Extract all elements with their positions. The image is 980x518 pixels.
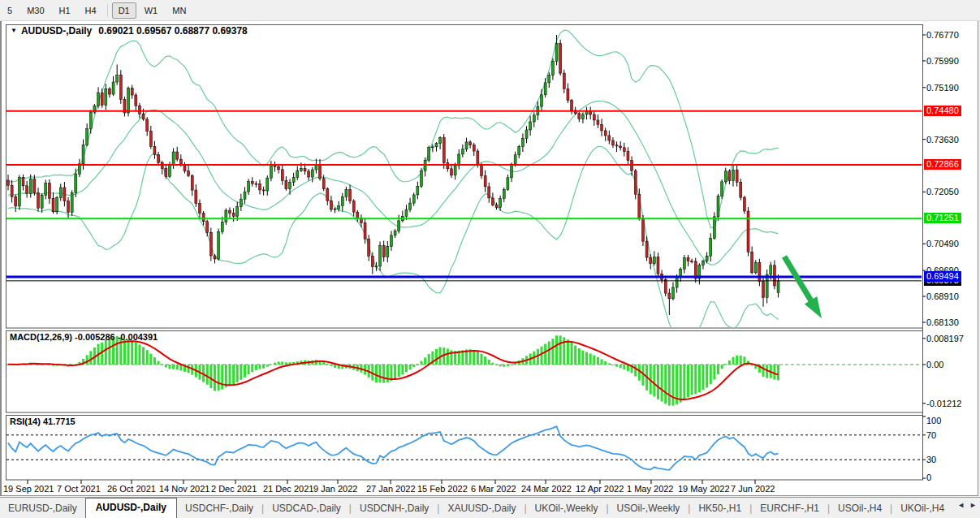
rsi-axis-tick: 70 — [926, 430, 936, 440]
rsi-axis-tick: 100 — [926, 416, 941, 425]
tab-usoil-h4[interactable]: USOil-,H4 — [830, 499, 890, 518]
rsi-line — [8, 426, 779, 470]
level-badge: 0.71251 — [924, 213, 961, 223]
price-tick: 0.75190 — [926, 83, 959, 93]
timeframe-button-d1[interactable]: D1 — [112, 2, 136, 19]
level-badge: 0.72866 — [924, 159, 961, 170]
rsi-axis-tick: 30 — [926, 455, 936, 464]
rsi-axis-tick: 0 — [926, 473, 931, 482]
date-label: 7 Jun 2022 — [731, 484, 775, 494]
tab-eurchf-h1[interactable]: EURCHF-,H1 — [752, 499, 827, 518]
date-label: 6 Mar 2022 — [471, 484, 516, 494]
date-label: 27 Jan 2022 — [366, 484, 416, 494]
price-tick: 0.75990 — [926, 56, 959, 66]
price-tick: 0.76770 — [926, 30, 959, 40]
axis-ticks — [28, 35, 926, 484]
macd-histogram — [6, 335, 922, 405]
timeframe-button-h1[interactable]: H1 — [53, 2, 77, 19]
price-tick: 0.68130 — [926, 317, 959, 327]
tab-usdchf-daily[interactable]: USDCHF-,Daily — [177, 499, 261, 518]
bollinger-bands — [8, 30, 779, 339]
timeframe-button-mn[interactable]: MN — [166, 2, 192, 19]
chart-ohlc-values: 0.69021 0.69567 0.68877 0.69378 — [98, 25, 248, 37]
tab-xauusd-daily[interactable]: XAUUSD-,Daily — [439, 499, 524, 518]
macd-indicator-label: MACD(12,26,9) -0.005286 -0.004391 — [10, 332, 158, 342]
date-label: 2 Dec 2021 — [211, 484, 257, 494]
date-label: 19 May 2022 — [678, 484, 730, 494]
tabs-scroll-right-icon[interactable]: ► — [969, 501, 977, 509]
date-label: 24 Mar 2022 — [521, 484, 572, 494]
price-chart-canvas[interactable] — [0, 0, 980, 518]
timeframe-button-5[interactable]: 5 — [1, 2, 19, 19]
timeframe-toolbar: 5M30H1H4D1W1MN — [0, 0, 980, 21]
chart-tabs-bar: EURUSD-,DailyAUDUSD-,DailyUSDCHF-,Daily|… — [0, 497, 980, 518]
level-badge: 0.74480 — [924, 106, 961, 116]
tab-eurusd-daily[interactable]: EURUSD-,Daily — [0, 499, 85, 518]
tab-usdcnh-daily[interactable]: USDCNH-,Daily — [352, 499, 437, 518]
macd-axis-tick: 0.00 — [926, 360, 943, 369]
tab-ukoil-h4[interactable]: UKOil-,H4 — [892, 499, 952, 518]
macd-axis-tick: -0.01212 — [926, 399, 961, 408]
panel-frame — [6, 416, 923, 481]
timeframe-button-w1[interactable]: W1 — [138, 2, 165, 19]
tabs-scroll-left-icon[interactable]: ◄ — [957, 501, 965, 509]
candlesticks — [7, 35, 780, 315]
date-label: 15 Feb 2022 — [417, 484, 468, 494]
tab-audusd-daily[interactable]: AUDUSD-,Daily — [85, 498, 177, 518]
date-label: 21 Dec 2021 — [263, 484, 313, 494]
price-tick: 0.73630 — [926, 135, 959, 145]
tab-usoil-weekly[interactable]: USOil-,Weekly — [609, 499, 689, 518]
price-tick: 0.72050 — [926, 187, 959, 196]
tab-hk50-h1[interactable]: HK50-,H1 — [690, 499, 749, 518]
chart-title: ▼AUDUSD-,Daily0.69021 0.69567 0.68877 0.… — [11, 25, 248, 37]
macd-axis-tick: 0.008197 — [926, 334, 964, 343]
date-label: 19 Sep 2021 — [3, 484, 54, 494]
level-badge: 0.69494 — [924, 271, 961, 282]
rsi-indicator-label: RSI(14) 41.7715 — [10, 417, 76, 426]
chart-symbol-label: AUDUSD-,Daily — [21, 25, 92, 37]
date-label: 9 Jan 2022 — [313, 484, 357, 494]
horizontal-levels[interactable] — [6, 111, 922, 277]
timeframe-button-h4[interactable]: H4 — [79, 2, 103, 19]
date-label: 7 Oct 2021 — [57, 484, 101, 494]
timeframe-button-m30[interactable]: M30 — [20, 2, 50, 19]
tab-ukoil-weekly[interactable]: UKOil-,Weekly — [527, 499, 607, 518]
price-tick: 0.68910 — [926, 291, 959, 301]
date-label: 1 May 2022 — [627, 484, 673, 494]
tab-usdcad-daily[interactable]: USDCAD-,Daily — [264, 499, 349, 518]
toolbar-separator — [107, 4, 108, 17]
price-tick: 0.70490 — [926, 239, 959, 248]
date-label: 12 Apr 2022 — [576, 484, 624, 494]
rsi-panel-lines — [6, 426, 922, 470]
date-label: 14 Nov 2021 — [159, 484, 209, 494]
annotation-arrow[interactable] — [784, 257, 822, 318]
dropdown-arrow-icon[interactable]: ▼ — [11, 27, 17, 34]
date-label: 26 Oct 2021 — [107, 484, 156, 494]
